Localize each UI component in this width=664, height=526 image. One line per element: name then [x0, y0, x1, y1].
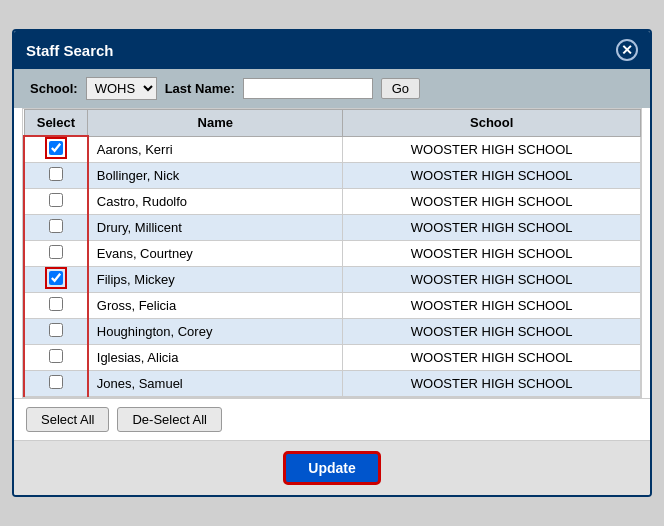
row-checkbox[interactable] — [49, 323, 63, 337]
row-checkbox[interactable] — [49, 245, 63, 259]
staff-table: Select Name School Aarons, KerriWOOSTER … — [23, 109, 641, 398]
row-checkbox[interactable] — [49, 271, 63, 285]
row-name: Bollinger, Nick — [88, 163, 343, 189]
school-select[interactable]: WOHS — [86, 77, 157, 100]
row-checkbox[interactable] — [49, 375, 63, 389]
row-checkbox[interactable] — [49, 297, 63, 311]
col-header-school: School — [343, 110, 641, 137]
update-button[interactable]: Update — [283, 451, 380, 485]
table-row: Gross, FeliciaWOOSTER HIGH SCHOOL — [24, 293, 641, 319]
row-school: WOOSTER HIGH SCHOOL — [343, 136, 641, 163]
table-row: Drury, MillicentWOOSTER HIGH SCHOOL — [24, 215, 641, 241]
col-header-name: Name — [88, 110, 343, 137]
table-row: Aarons, KerriWOOSTER HIGH SCHOOL — [24, 136, 641, 163]
table-row: Houghington, CoreyWOOSTER HIGH SCHOOL — [24, 319, 641, 345]
row-school: WOOSTER HIGH SCHOOL — [343, 345, 641, 371]
school-label: School: — [30, 81, 78, 96]
dialog-title: Staff Search — [26, 42, 114, 59]
row-checkbox[interactable] — [49, 219, 63, 233]
col-header-select: Select — [24, 110, 88, 137]
deselect-all-button[interactable]: De-Select All — [117, 407, 221, 432]
staff-table-body: Aarons, KerriWOOSTER HIGH SCHOOLBollinge… — [24, 136, 641, 398]
table-row: Bollinger, NickWOOSTER HIGH SCHOOL — [24, 163, 641, 189]
row-checkbox[interactable] — [49, 141, 63, 155]
select-all-button[interactable]: Select All — [26, 407, 109, 432]
table-row: Jones, SamuelWOOSTER HIGH SCHOOL — [24, 371, 641, 397]
row-school: WOOSTER HIGH SCHOOL — [343, 241, 641, 267]
title-bar: Staff Search ✕ — [14, 31, 650, 69]
row-school: WOOSTER HIGH SCHOOL — [343, 267, 641, 293]
row-name: Evans, Courtney — [88, 241, 343, 267]
row-school: WOOSTER HIGH SCHOOL — [343, 319, 641, 345]
row-school: WOOSTER HIGH SCHOOL — [343, 189, 641, 215]
row-school: WOOSTER HIGH SCHOOL — [343, 215, 641, 241]
table-row: Castro, RudolfoWOOSTER HIGH SCHOOL — [24, 189, 641, 215]
row-name: Iglesias, Alicia — [88, 345, 343, 371]
row-name: Jones, Samuel — [88, 371, 343, 397]
close-button[interactable]: ✕ — [616, 39, 638, 61]
row-checkbox[interactable] — [49, 193, 63, 207]
row-name: Houghington, Corey — [88, 319, 343, 345]
footer: Update — [14, 440, 650, 495]
row-school: WOOSTER HIGH SCHOOL — [343, 163, 641, 189]
row-name: Aarons, Kerri — [88, 136, 343, 163]
row-name: Castro, Rudolfo — [88, 189, 343, 215]
staff-search-dialog: Staff Search ✕ School: WOHS Last Name: G… — [12, 29, 652, 497]
row-school: WOOSTER HIGH SCHOOL — [343, 293, 641, 319]
row-checkbox[interactable] — [49, 167, 63, 181]
last-name-input[interactable] — [243, 78, 373, 99]
row-name: Drury, Millicent — [88, 215, 343, 241]
action-bar: Select All De-Select All — [14, 398, 650, 440]
staff-table-container: Select Name School Aarons, KerriWOOSTER … — [22, 108, 642, 398]
row-name: Gross, Felicia — [88, 293, 343, 319]
table-row: Evans, CourtneyWOOSTER HIGH SCHOOL — [24, 241, 641, 267]
row-school: WOOSTER HIGH SCHOOL — [343, 371, 641, 397]
row-checkbox[interactable] — [49, 349, 63, 363]
table-row: Iglesias, AliciaWOOSTER HIGH SCHOOL — [24, 345, 641, 371]
table-row: Filips, MickeyWOOSTER HIGH SCHOOL — [24, 267, 641, 293]
row-name: Filips, Mickey — [88, 267, 343, 293]
go-button[interactable]: Go — [381, 78, 420, 99]
toolbar: School: WOHS Last Name: Go — [14, 69, 650, 108]
table-header-row: Select Name School — [24, 110, 641, 137]
last-name-label: Last Name: — [165, 81, 235, 96]
